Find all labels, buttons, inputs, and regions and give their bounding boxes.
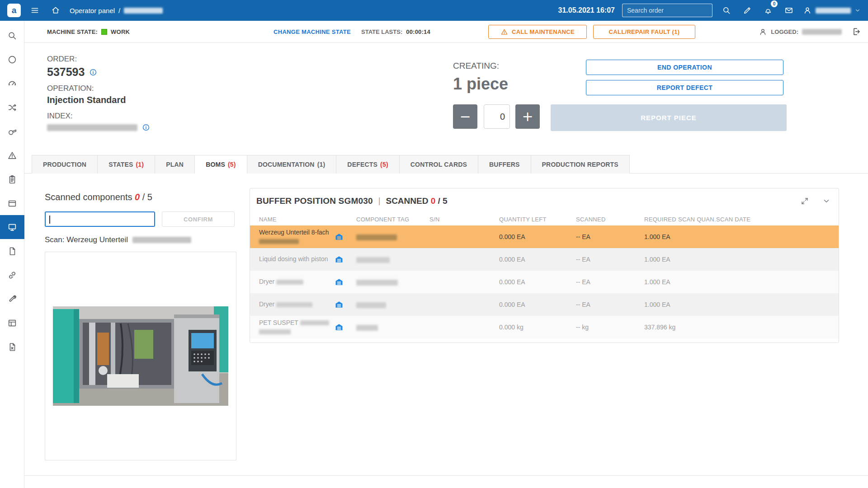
row-quantity-left: 0.000 EA (499, 233, 576, 240)
sidebar-link-icon[interactable] (0, 263, 24, 287)
search-order-input[interactable] (622, 4, 712, 17)
breadcrumb-current-redacted (124, 8, 163, 14)
sidebar-panel-icon[interactable] (0, 311, 24, 335)
decrement-button[interactable]: − (453, 104, 477, 129)
warehouse-icon[interactable] (335, 255, 344, 264)
scanned-components-title: Scanned components 0 / 5 (45, 192, 152, 202)
sidebar-warning-icon[interactable] (0, 143, 24, 167)
row-quantity-left: 0.000 EA (499, 278, 576, 286)
notification-badge: 0 (771, 0, 778, 7)
search-icon[interactable] (720, 4, 733, 17)
buffer-scanned-count: 0 (431, 196, 436, 206)
warehouse-icon[interactable] (335, 323, 344, 332)
row-required-scan: 1.000 EA (644, 301, 716, 308)
sidebar-shuffle-icon[interactable] (0, 95, 24, 119)
warehouse-icon[interactable] (335, 300, 344, 309)
sidebar-whistle-icon[interactable] (0, 119, 24, 143)
row-scanned: -- EA (576, 256, 644, 263)
scan-component-input[interactable] (46, 212, 154, 226)
tab-states[interactable]: STATES(1) (97, 155, 155, 174)
tab-label: DEFECTS (347, 161, 377, 168)
tab-defects[interactable]: DEFECTS(5) (336, 155, 399, 174)
row-scanned: -- EA (576, 278, 644, 286)
row-quantity-left: 0.000 EA (499, 256, 576, 263)
expand-icon[interactable] (801, 197, 809, 205)
breadcrumb[interactable]: Operator panel / (70, 7, 163, 14)
tab-buffers[interactable]: BUFFERS (478, 155, 531, 174)
tab-label: BOMS (206, 161, 225, 168)
breadcrumb-root[interactable]: Operator panel (70, 7, 115, 14)
messages-envelope-icon[interactable] (782, 4, 796, 17)
end-operation-button[interactable]: END OPERATION (586, 60, 783, 75)
sidebar-clipboard-icon[interactable] (0, 167, 24, 191)
sidebar-file-export-icon[interactable] (0, 335, 24, 359)
notifications-bell-icon[interactable]: 0 (761, 4, 775, 17)
app-logo[interactable]: a (7, 4, 21, 17)
user-menu[interactable] (803, 6, 861, 15)
call-repair-wrap: CALL/REPAIR FAULT (1) (593, 21, 695, 42)
confirm-button[interactable]: CONFIRM (162, 211, 235, 227)
logout-icon[interactable] (852, 27, 861, 36)
user-avatar-icon (803, 6, 812, 15)
table-row[interactable]: Werzeug Unterteil 8-fach 0.000 EA -- EA … (250, 225, 839, 248)
tab-boms[interactable]: BOMS(5) (194, 155, 247, 174)
table-row[interactable]: Dryer 0.000 EA -- EA 1.000 EA (250, 293, 839, 316)
call-repair-fault-button[interactable]: CALL/REPAIR FAULT (1) (593, 25, 695, 39)
report-defect-button[interactable]: REPORT DEFECT (586, 80, 783, 95)
tab-bar: PRODUCTION STATES(1) PLAN BOMS(5) DOCUME… (24, 155, 868, 174)
row-name-redacted (276, 280, 303, 285)
row-name-redacted (259, 239, 299, 244)
col-scan-date: SCAN DATE (716, 216, 839, 223)
tab-documentation[interactable]: DOCUMENTATION(1) (247, 155, 337, 174)
machine-state-value: WORK (111, 28, 130, 35)
table-row[interactable]: Dryer 0.000 EA -- EA 1.000 EA (250, 271, 839, 293)
warehouse-icon[interactable] (335, 277, 344, 286)
tab-control-cards[interactable]: CONTROL CARDS (399, 155, 478, 174)
tab-label: BUFFERS (489, 161, 520, 168)
order-info-icon[interactable] (89, 68, 97, 76)
row-required-scan: 1.000 EA (644, 278, 716, 286)
sidebar-gauge-icon[interactable] (0, 71, 24, 95)
row-scanned: -- EA (576, 301, 644, 308)
table-row[interactable]: Liquid dosing with piston 0.000 EA -- EA… (250, 248, 839, 271)
tab-production-reports[interactable]: PRODUCTION REPORTS (531, 155, 630, 174)
sidebar-search-icon[interactable] (0, 23, 24, 47)
tab-production[interactable]: PRODUCTION (32, 155, 98, 174)
report-piece-button[interactable]: REPORT PIECE (551, 104, 787, 131)
sidebar-wrench-icon[interactable] (0, 287, 24, 311)
tab-plan[interactable]: PLAN (155, 155, 195, 174)
change-machine-state-link[interactable]: CHANGE MACHINE STATE (274, 28, 351, 35)
sidebar-operator-panel-icon[interactable] (0, 215, 24, 239)
sidebar-document-icon[interactable] (0, 239, 24, 263)
sidebar-card-icon[interactable] (0, 191, 24, 215)
call-maintenance-button[interactable]: CALL MAINTENANCE (488, 25, 587, 39)
home-icon[interactable] (49, 4, 62, 17)
row-name-redacted (276, 302, 312, 307)
index-info-icon[interactable] (142, 123, 150, 131)
piece-count-input[interactable] (484, 104, 510, 129)
machine-state-group: MACHINE STATE: WORK (47, 21, 130, 42)
breadcrumb-separator: / (118, 7, 120, 14)
edit-pencil-icon[interactable] (741, 4, 754, 17)
col-scanned: SCANNED (576, 216, 644, 223)
call-repair-fault-label: CALL/REPAIR FAULT (1) (609, 28, 680, 35)
hamburger-menu-icon[interactable] (28, 4, 42, 17)
row-required-scan: 1.000 EA (644, 256, 716, 263)
warehouse-icon[interactable] (335, 232, 344, 241)
row-name: Dryer (259, 278, 274, 285)
creating-panel: CREATING: 1 piece (453, 61, 508, 94)
sidebar-circle-icon[interactable] (0, 47, 24, 71)
machine-state-bar: MACHINE STATE: WORK CHANGE MACHINE STATE… (24, 21, 868, 43)
buffer-separator: | (378, 196, 381, 206)
state-lasts-value: 00:00:14 (406, 28, 430, 35)
scan-input-wrap (45, 211, 155, 227)
index-value-redacted (47, 124, 137, 131)
increment-button[interactable]: + (515, 104, 540, 129)
row-quantity-left: 0.000 kg (499, 324, 576, 331)
table-row[interactable]: PET SUSPET 0.000 kg -- kg 337.896 kg (250, 316, 839, 338)
scan-instruction: Scan: Werzeug Unterteil (45, 235, 191, 244)
collapse-chevron-icon[interactable] (822, 197, 830, 205)
component-tag-redacted (356, 257, 390, 263)
machine-photo (53, 306, 228, 406)
row-name-redacted (259, 329, 291, 334)
